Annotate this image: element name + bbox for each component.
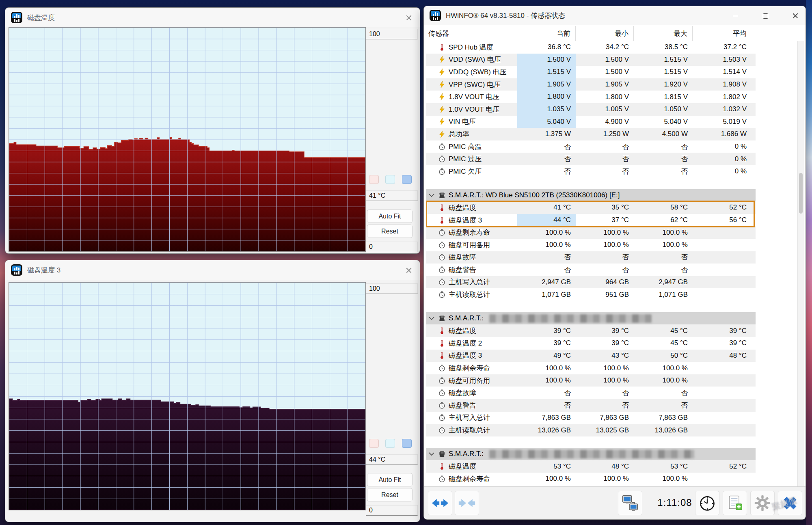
close-icon[interactable] (404, 265, 414, 276)
hwinfo-titlebar[interactable]: HWiNFO® 64 v8.31-5810 - 传感器状态 (424, 6, 806, 25)
table-spacer (426, 436, 756, 448)
clock-icon (438, 291, 446, 298)
min-value: 48 °C (576, 462, 634, 471)
smart-section-header[interactable]: S.M.A.R.T.: WD Blue SN5100 2TB (25330K80… (426, 189, 756, 202)
collapse-columns-button[interactable] (455, 491, 479, 515)
column-header-max[interactable]: 最大 (634, 26, 693, 41)
sensor-row[interactable]: 主机写入总计2,947 GB964 GB2,947 GB (426, 276, 756, 289)
avg-value: 39 °C (693, 339, 752, 347)
color-swatch-min[interactable] (369, 439, 379, 448)
sensor-row[interactable]: 磁盘剩余寿命100.0 %100.0 %100.0 % (426, 362, 756, 374)
exit-button[interactable] (778, 491, 802, 515)
avg-value: 1.503 V (693, 56, 752, 64)
max-value: 53 °C (634, 462, 693, 471)
y-min-field[interactable]: 0 (366, 505, 418, 516)
censored-drive-name (489, 314, 652, 323)
chip-icon (438, 314, 446, 322)
graph-window-2-title: 磁盘温度 3 (27, 266, 60, 275)
sensor-row[interactable]: VDD (SWA) 电压1.500 V1.500 V1.515 V1.503 V (426, 54, 756, 66)
sensor-row[interactable]: PMIC 欠压否否否0 % (426, 165, 756, 178)
sensor-label: 磁盘温度 3 (449, 216, 482, 225)
sensor-row[interactable]: 磁盘温度39 °C39 °C45 °C39 °C (426, 324, 756, 337)
column-header-sensor[interactable]: 传感器 (426, 26, 517, 41)
sensor-label: 主机写入总计 (449, 413, 490, 422)
hwinfo-window-title: HWiNFO® 64 v8.31-5810 - 传感器状态 (446, 11, 565, 20)
color-swatch-background[interactable] (385, 175, 395, 184)
max-value: 否 (634, 154, 693, 164)
minimize-button[interactable] (726, 10, 745, 22)
auto-fit-button[interactable]: Auto Fit (367, 210, 412, 223)
sensor-name-cell: 总功率 (426, 130, 517, 139)
sensor-row[interactable]: 磁盘可用备用100.0 %100.0 %100.0 % (426, 239, 756, 251)
sensor-row[interactable]: 磁盘温度 239 °C39 °C45 °C39 °C (426, 337, 756, 350)
remote-sensors-button[interactable] (618, 491, 642, 515)
smart-section-header[interactable]: S.M.A.R.T.: (426, 312, 756, 325)
min-value: 否 (576, 142, 634, 151)
sensor-row[interactable]: 总功率1.375 W1.250 W4.500 W1.686 W (426, 128, 756, 140)
close-icon[interactable] (404, 13, 414, 23)
sensor-row[interactable]: 磁盘温度41 °C35 °C58 °C52 °C (426, 201, 756, 214)
color-swatch-min[interactable] (369, 175, 379, 184)
reset-button[interactable]: Reset (367, 488, 412, 501)
column-header-current[interactable]: 当前 (517, 26, 576, 41)
report-button[interactable] (723, 491, 747, 515)
sensor-label: SPD Hub 温度 (449, 43, 493, 52)
current-value-field[interactable]: 41 °C (366, 190, 418, 201)
y-max-field[interactable]: 100 (366, 283, 418, 294)
sensor-row[interactable]: 磁盘警告否否否 (426, 264, 756, 276)
chevron-down-icon[interactable] (428, 191, 436, 199)
graph-window-1-titlebar[interactable]: 磁盘温度 (5, 8, 420, 27)
color-swatch-background[interactable] (385, 439, 395, 448)
y-min-field[interactable]: 0 (366, 242, 418, 252)
reset-button[interactable]: Reset (367, 225, 412, 238)
graph-window-2-titlebar[interactable]: 磁盘温度 3 (5, 260, 420, 280)
sensor-row[interactable]: 磁盘剩余寿命100.0 %100.0 %100.0 % (426, 473, 756, 485)
y-max-field[interactable]: 100 (366, 29, 418, 39)
maximize-button[interactable] (756, 10, 775, 22)
sensor-name-cell: 1.8V VOUT 电压 (426, 92, 517, 102)
sensor-row[interactable]: VPP (SWC) 电压1.905 V1.905 V1.920 V1.908 V (426, 78, 756, 91)
sensor-row[interactable]: 1.8V VOUT 电压1.800 V1.800 V1.815 V1.802 V (426, 91, 756, 103)
column-header-avg[interactable]: 平均 (693, 26, 752, 41)
chevron-down-icon[interactable] (428, 450, 436, 458)
settings-button[interactable] (750, 491, 775, 515)
expand-columns-button[interactable] (428, 491, 452, 515)
color-swatch-grid[interactable] (402, 175, 412, 184)
vertical-scrollbar[interactable] (797, 41, 804, 488)
current-value-field[interactable]: 44 °C (366, 454, 418, 465)
sensor-row[interactable]: VDDQ (SWB) 电压1.515 V1.500 V1.515 V1.514 … (426, 66, 756, 78)
sensor-row[interactable]: 磁盘温度 349 °C43 °C50 °C48 °C (426, 350, 756, 362)
column-header-min[interactable]: 最小 (576, 26, 634, 41)
sensor-row[interactable]: VIN 电压5.040 V4.900 V5.040 V5.019 V (426, 116, 756, 128)
avg-value: 56 °C (693, 216, 752, 224)
avg-value: 37.2 °C (693, 43, 752, 51)
sensor-row[interactable]: 磁盘故障否否否 (426, 251, 756, 264)
min-value: 1.905 V (576, 80, 634, 89)
close-button[interactable] (786, 10, 805, 22)
sensor-label: 主机读取总计 (449, 290, 490, 299)
sensor-row[interactable]: PMIC 过压否否否0 % (426, 153, 756, 165)
sensor-row[interactable]: 主机写入总计7,863 GB7,863 GB7,863 GB (426, 412, 756, 424)
sensor-row[interactable]: 磁盘警告否否否 (426, 399, 756, 412)
sensor-row[interactable]: 主机读取总计13,026 GB13,025 GB13,026 GB (426, 424, 756, 436)
sensor-row[interactable]: PMIC 高温否否否0 % (426, 140, 756, 153)
auto-fit-button[interactable]: Auto Fit (367, 473, 412, 486)
chevron-down-icon[interactable] (428, 314, 436, 322)
sensor-row[interactable]: 磁盘剩余寿命100.0 %100.0 %100.0 % (426, 226, 756, 239)
sensor-row[interactable]: 磁盘故障否否否 (426, 387, 756, 399)
color-swatch-grid[interactable] (402, 439, 412, 448)
sensor-row[interactable]: 磁盘温度 344 °C37 °C62 °C56 °C (426, 214, 756, 227)
max-value: 62 °C (634, 216, 693, 224)
min-value: 1.250 W (576, 130, 634, 138)
sensor-row[interactable]: 磁盘可用备用100.0 %100.0 %100.0 % (426, 374, 756, 387)
sensor-row[interactable]: 1.0V VOUT 电压1.035 V1.005 V1.050 V1.032 V (426, 103, 756, 116)
max-value: 否 (634, 401, 693, 410)
smart-section-header[interactable]: S.M.A.R.T.: (426, 448, 756, 460)
scrollbar-thumb[interactable] (799, 173, 803, 214)
sensor-row[interactable]: 主机读取总计1,071 GB951 GB1,071 GB (426, 288, 756, 301)
sensor-row[interactable]: 磁盘温度53 °C48 °C53 °C52 °C (426, 460, 756, 473)
sensor-row[interactable]: SPD Hub 温度36.8 °C34.2 °C38.5 °C37.2 °C (426, 41, 756, 54)
current-value: 100.0 % (517, 229, 576, 237)
thermometer-icon (438, 352, 446, 359)
clock-button[interactable] (695, 491, 719, 515)
